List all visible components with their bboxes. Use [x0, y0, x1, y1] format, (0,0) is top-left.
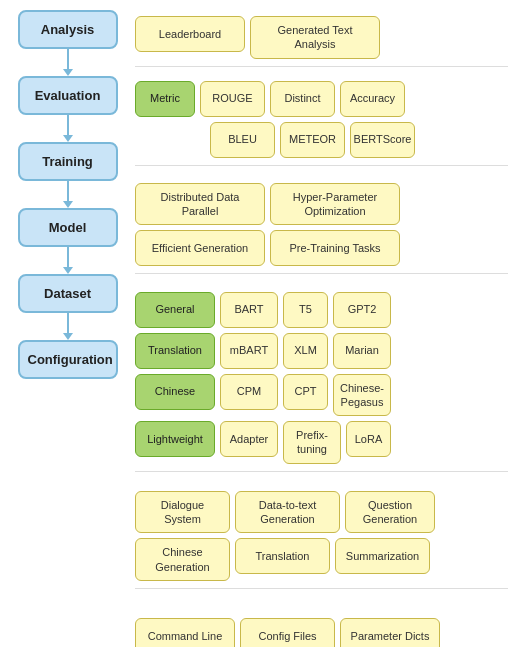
- section-dataset-row-0: Dialogue SystemData-to-text GenerationQu…: [135, 491, 508, 534]
- box-evaluation-1-3: BERTScore: [350, 122, 415, 158]
- section-evaluation-row-1: BLEUMETEORBERTScore: [135, 122, 508, 158]
- box-model-3-3: LoRA: [346, 421, 391, 457]
- pipeline-evaluation: Evaluation: [18, 76, 118, 115]
- box-training-0-0: Distributed Data Parallel: [135, 183, 265, 226]
- pipeline-training: Training: [18, 142, 118, 181]
- pipeline-model: Model: [18, 208, 118, 247]
- box-model-3-1: Adapter: [220, 421, 278, 457]
- section-configuration: Command LineConfig FilesParameter Dicts: [135, 602, 508, 647]
- box-evaluation-0-3: Accuracy: [340, 81, 405, 117]
- box-model-0-1: BART: [220, 292, 278, 328]
- box-dataset-1-1: Translation: [235, 538, 330, 574]
- connector-3: [58, 247, 78, 274]
- box-configuration-0-1: Config Files: [240, 618, 335, 647]
- box-evaluation-0-0: Metric: [135, 81, 195, 117]
- box-model-2-2: CPT: [283, 374, 328, 410]
- box-model-0-0: General: [135, 292, 215, 328]
- pipeline-configuration: Configuration: [18, 340, 118, 379]
- pipeline-column: Analysis Evaluation Training Model Datas…: [10, 10, 125, 647]
- connector-0: [58, 49, 78, 76]
- pipeline-label-training: Training: [18, 142, 118, 181]
- section-training: Distributed Data ParallelHyper-Parameter…: [135, 174, 508, 286]
- box-evaluation-1-2: METEOR: [280, 122, 345, 158]
- pipeline-label-model: Model: [18, 208, 118, 247]
- box-dataset-1-0: Chinese Generation: [135, 538, 230, 581]
- box-model-2-1: CPM: [220, 374, 278, 410]
- box-model-2-3: Chinese-Pegasus: [333, 374, 391, 417]
- pipeline-label-dataset: Dataset: [18, 274, 118, 313]
- section-model: GeneralBARTT5GPT2TranslationmBARTXLMMari…: [135, 286, 508, 480]
- connector-4: [58, 313, 78, 340]
- section-evaluation-row-0: MetricROUGEDistinctAccuracy: [135, 81, 508, 117]
- section-model-row-2: ChineseCPMCPTChinese-Pegasus: [135, 374, 508, 417]
- box-configuration-0-0: Command Line: [135, 618, 235, 647]
- pipeline-inner: Analysis Evaluation Training Model Datas…: [18, 10, 118, 647]
- content-column: LeaderboardGenerated Text AnalysisMetric…: [135, 10, 508, 647]
- box-analysis-0-1: Generated Text Analysis: [250, 16, 380, 59]
- section-model-row-1: TranslationmBARTXLMMarian: [135, 333, 508, 369]
- box-configuration-0-2: Parameter Dicts: [340, 618, 440, 647]
- connector-1: [58, 115, 78, 142]
- section-model-row-0: GeneralBARTT5GPT2: [135, 292, 508, 328]
- box-model-1-2: XLM: [283, 333, 328, 369]
- pipeline-label-analysis: Analysis: [18, 10, 118, 49]
- box-dataset-0-2: Question Generation: [345, 491, 435, 534]
- box-model-3-2: Prefix-tuning: [283, 421, 341, 464]
- box-model-1-1: mBART: [220, 333, 278, 369]
- box-model-0-3: GPT2: [333, 292, 391, 328]
- section-analysis: LeaderboardGenerated Text Analysis: [135, 10, 508, 75]
- section-analysis-row-0: LeaderboardGenerated Text Analysis: [135, 16, 508, 59]
- box-model-1-0: Translation: [135, 333, 215, 369]
- section-training-row-0: Distributed Data ParallelHyper-Parameter…: [135, 183, 508, 226]
- box-evaluation-0-2: Distinct: [270, 81, 335, 117]
- box-training-1-1: Pre-Training Tasks: [270, 230, 400, 266]
- box-model-0-2: T5: [283, 292, 328, 328]
- box-model-1-3: Marian: [333, 333, 391, 369]
- pipeline-dataset: Dataset: [18, 274, 118, 313]
- connector-2: [58, 181, 78, 208]
- pipeline-label-evaluation: Evaluation: [18, 76, 118, 115]
- section-configuration-row-0: Command LineConfig FilesParameter Dicts: [135, 618, 508, 647]
- box-dataset-0-0: Dialogue System: [135, 491, 230, 534]
- section-evaluation: MetricROUGEDistinctAccuracyBLEUMETEORBER…: [135, 75, 508, 174]
- pipeline-analysis: Analysis: [18, 10, 118, 49]
- pipeline-label-configuration: Configuration: [18, 340, 118, 379]
- box-training-1-0: Efficient Generation: [135, 230, 265, 266]
- section-dataset-row-1: Chinese GenerationTranslationSummarizati…: [135, 538, 508, 581]
- box-training-0-1: Hyper-Parameter Optimization: [270, 183, 400, 226]
- box-evaluation-1-1: BLEU: [210, 122, 275, 158]
- box-dataset-0-1: Data-to-text Generation: [235, 491, 340, 534]
- section-dataset: Dialogue SystemData-to-text GenerationQu…: [135, 480, 508, 602]
- box-evaluation-0-1: ROUGE: [200, 81, 265, 117]
- box-model-2-0: Chinese: [135, 374, 215, 410]
- section-model-row-3: LightweightAdapterPrefix-tuningLoRA: [135, 421, 508, 464]
- box-analysis-0-0: Leaderboard: [135, 16, 245, 52]
- box-dataset-1-2: Summarization: [335, 538, 430, 574]
- section-training-row-1: Efficient GenerationPre-Training Tasks: [135, 230, 508, 266]
- box-model-3-0: Lightweight: [135, 421, 215, 457]
